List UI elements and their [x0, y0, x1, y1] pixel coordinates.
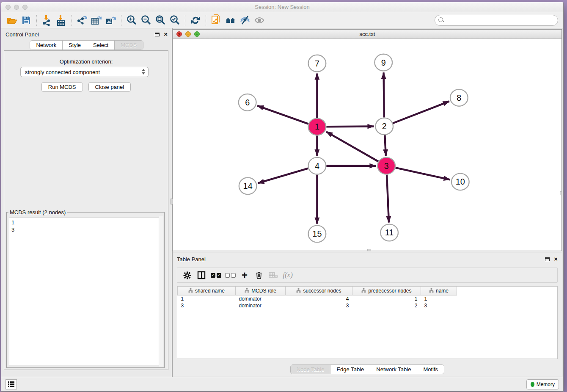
open-session-icon[interactable]	[5, 14, 19, 27]
table-toolbar: + f(x)	[177, 268, 558, 283]
horizontal-split-grip[interactable]	[367, 249, 371, 251]
task-history-button[interactable]	[6, 379, 17, 389]
edge-4-14[interactable]	[258, 168, 308, 183]
network-minimize-button[interactable]: –	[185, 31, 191, 37]
column-header-name[interactable]: name	[421, 287, 457, 295]
graph-node-11[interactable]: 11	[380, 224, 398, 241]
network-canvas[interactable]: 7968124314101511	[173, 39, 561, 251]
titlebar: Session: New Session	[1, 2, 563, 12]
edge-2-3[interactable]	[385, 135, 385, 156]
hierarchy-icon	[361, 288, 366, 293]
svg-text:9: 9	[381, 58, 386, 67]
export-table-icon[interactable]	[89, 14, 104, 27]
edge-3-11[interactable]	[387, 175, 389, 223]
column-header-shared-name[interactable]: shared name	[178, 287, 236, 295]
float-panel-icon[interactable]	[155, 33, 160, 36]
graph-node-6[interactable]: 6	[239, 94, 256, 111]
export-image-icon[interactable]	[104, 14, 118, 27]
close-window-button[interactable]	[6, 5, 11, 10]
zoom-in-icon[interactable]	[124, 14, 139, 27]
table-row[interactable]: 3dominator323	[178, 302, 457, 309]
edge-1-2[interactable]	[326, 127, 374, 127]
table-options-icon[interactable]	[181, 269, 193, 281]
tab-network[interactable]: Network	[30, 41, 63, 50]
run-mcds-button[interactable]: Run MCDS	[41, 82, 83, 92]
network-close-button[interactable]: x	[176, 31, 182, 37]
result-scrollbar[interactable]	[159, 216, 163, 367]
tab-edge-table[interactable]: Edge Table	[330, 365, 370, 374]
float-table-panel-icon[interactable]	[545, 257, 550, 261]
tab-node-table[interactable]: Node Table	[291, 365, 331, 374]
hierarchy-icon	[245, 288, 249, 293]
import-table-icon[interactable]	[54, 14, 69, 27]
vertical-split-grip[interactable]	[560, 191, 562, 195]
show-column-icon[interactable]	[195, 269, 208, 281]
edge-3-1[interactable]	[326, 132, 378, 161]
close-table-panel-icon[interactable]: ×	[554, 257, 558, 261]
tab-select[interactable]: Select	[87, 41, 115, 50]
mcds-panel: Optimization criterion: strongly connect…	[4, 50, 168, 370]
criterion-dropdown-value: strongly connected component	[25, 69, 100, 75]
main-toolbar	[1, 12, 563, 28]
edge-3-10[interactable]	[395, 168, 450, 179]
graph-node-7[interactable]: 7	[308, 55, 326, 72]
search-input[interactable]	[435, 15, 558, 26]
table-row[interactable]: 1dominator411	[178, 295, 457, 302]
svg-text:6: 6	[245, 98, 250, 107]
zoom-fit-icon[interactable]	[153, 14, 168, 27]
graph-node-8[interactable]: 8	[450, 89, 468, 106]
mcds-result-text[interactable]: 1 3	[9, 218, 162, 365]
memory-label: Memory	[537, 381, 555, 387]
delete-row-icon[interactable]	[253, 269, 265, 281]
clone-network-icon[interactable]	[209, 14, 223, 27]
tab-style[interactable]: Style	[63, 41, 87, 50]
graph-node-14[interactable]: 14	[239, 178, 257, 195]
svg-text:8: 8	[457, 93, 461, 102]
toolbar-separator	[121, 15, 121, 26]
graph-node-9[interactable]: 9	[374, 54, 392, 71]
search-container	[435, 15, 558, 26]
add-row-icon[interactable]: +	[238, 269, 251, 281]
criterion-dropdown[interactable]: strongly connected component	[20, 67, 149, 77]
graph-node-4[interactable]: 4	[308, 157, 326, 174]
column-header-MCDS-role[interactable]: MCDS role	[236, 287, 286, 295]
minimize-window-button[interactable]	[14, 5, 19, 10]
column-header-predecessor-nodes[interactable]: predecessor nodes	[352, 287, 421, 295]
maximize-window-button[interactable]	[22, 5, 28, 10]
table-panel-title: Table Panel	[177, 256, 206, 262]
close-panel-button[interactable]: Close panel	[88, 82, 131, 92]
network-window-titlebar[interactable]: x – + scc.txt	[173, 30, 561, 39]
toolbar-separator	[185, 15, 185, 26]
zoom-out-icon[interactable]	[139, 14, 153, 27]
mcds-result-title: MCDS result (2 nodes)	[8, 209, 67, 215]
graph-node-1[interactable]: 1	[308, 119, 326, 135]
first-neighbors-icon[interactable]	[223, 14, 238, 27]
apply-layout-icon[interactable]	[188, 14, 203, 27]
import-network-icon[interactable]	[40, 14, 54, 27]
graph-node-3[interactable]: 3	[377, 157, 395, 174]
save-session-icon[interactable]	[19, 14, 33, 27]
select-all-icon[interactable]	[209, 269, 222, 281]
graph-node-2[interactable]: 2	[375, 118, 393, 135]
export-network-icon[interactable]	[75, 14, 89, 27]
toolbar-separator	[206, 15, 206, 26]
delete-table-icon	[267, 269, 280, 281]
hierarchy-icon	[188, 288, 193, 293]
edge-2-8[interactable]	[393, 101, 449, 123]
zoom-selected-icon[interactable]	[168, 14, 182, 27]
graph-node-10[interactable]: 10	[451, 174, 469, 190]
tab-network-table[interactable]: Network Table	[370, 365, 417, 374]
network-maximize-button[interactable]: +	[194, 31, 200, 37]
window-controls	[6, 5, 28, 10]
tab-mcds[interactable]: MCDS	[115, 41, 143, 50]
hide-selected-icon[interactable]	[238, 14, 252, 27]
column-header-successor-nodes[interactable]: successor nodes	[286, 287, 352, 295]
svg-text:10: 10	[456, 177, 465, 186]
graph-node-15[interactable]: 15	[308, 226, 326, 243]
memory-button[interactable]: Memory	[526, 379, 559, 389]
edge-2-9[interactable]	[384, 72, 384, 117]
edge-1-6[interactable]	[257, 106, 308, 124]
unselect-all-icon[interactable]	[224, 269, 237, 281]
tab-motifs[interactable]: Motifs	[417, 365, 444, 374]
close-panel-icon[interactable]: ×	[164, 32, 168, 36]
